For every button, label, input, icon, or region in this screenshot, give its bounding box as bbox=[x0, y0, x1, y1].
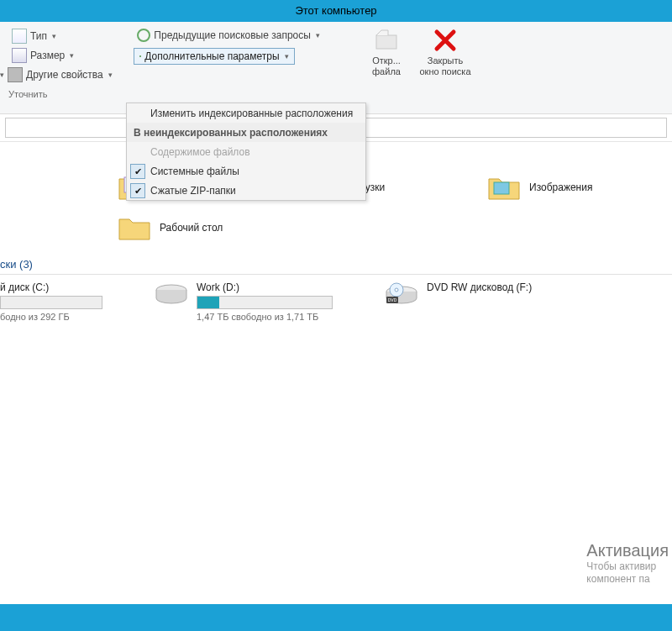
folder-pictures[interactable]: Изображения bbox=[487, 172, 664, 202]
close-label-1: Закрыть bbox=[428, 55, 463, 66]
drive-c[interactable]: й диск (C:) бодно из 292 ГБ bbox=[0, 281, 134, 322]
chevron-down-icon: ▾ bbox=[52, 32, 56, 40]
folder-icon bbox=[118, 213, 151, 243]
check-icon: ✔ bbox=[130, 183, 145, 198]
chevron-down-icon: ▾ bbox=[108, 71, 113, 79]
menu-header: В неиндексированных расположениях bbox=[127, 123, 365, 142]
svg-text:DVD: DVD bbox=[388, 297, 397, 302]
ribbon: Тип ▾ Размер ▾ ▾ Другие свойства ▾ Уточн… bbox=[0, 22, 672, 114]
close-label-2: окно поиска bbox=[419, 66, 470, 76]
svg-rect-2 bbox=[494, 182, 509, 194]
open-loc-label-1: Откр... bbox=[372, 55, 401, 66]
refine-group-label: Уточнить bbox=[8, 89, 126, 99]
chevron-down-icon: ▾ bbox=[285, 52, 289, 60]
drive-d-name: Work (D:) bbox=[197, 281, 333, 293]
drive-f-name: DVD RW дисковод (F:) bbox=[427, 281, 532, 293]
menu-zip-folders-label: Сжатые ZIP-папки bbox=[150, 185, 236, 197]
menu-system-files[interactable]: ✔ Системные файлы bbox=[127, 161, 365, 181]
advanced-options-menu: Изменить индексированные расположения В … bbox=[126, 103, 366, 201]
drive-c-usage-bar bbox=[0, 296, 102, 309]
chevron-down-icon: ▾ bbox=[0, 71, 4, 79]
menu-file-contents-label: Содержимое файлов bbox=[150, 146, 250, 158]
type-label: Тип bbox=[30, 30, 47, 42]
properties-icon bbox=[8, 67, 23, 82]
menu-change-indexed-label: Изменить индексированные расположения bbox=[150, 108, 353, 119]
previous-searches-button[interactable]: Предыдущие поисковые запросы ▾ bbox=[134, 27, 323, 44]
menu-file-contents: Содержимое файлов bbox=[127, 142, 365, 161]
drive-f[interactable]: DVD DVD RW дисковод (F:) bbox=[385, 281, 595, 307]
svg-point-6 bbox=[395, 288, 398, 292]
svg-rect-0 bbox=[376, 35, 396, 49]
watermark-title: Активация bbox=[586, 541, 669, 560]
size-icon bbox=[12, 48, 27, 63]
options-icon bbox=[139, 55, 141, 57]
folder-pictures-icon bbox=[487, 172, 521, 202]
size-filter-button[interactable]: Размер ▾ bbox=[8, 46, 77, 65]
prev-searches-label: Предыдущие поисковые запросы bbox=[154, 29, 311, 41]
history-icon bbox=[137, 29, 150, 42]
taskbar[interactable] bbox=[0, 604, 672, 631]
menu-change-indexed[interactable]: Изменить индексированные расположения bbox=[127, 103, 365, 123]
folder-open-icon bbox=[373, 27, 400, 54]
advanced-label: Дополнительные параметры bbox=[144, 50, 279, 62]
drives-section-header: ски (3) bbox=[0, 258, 672, 271]
title-bar: Этот компьютер bbox=[0, 0, 672, 22]
drive-d-usage-bar bbox=[197, 296, 333, 309]
watermark-line2: компонент па bbox=[586, 573, 649, 585]
document-icon bbox=[12, 29, 27, 44]
dvd-icon: DVD bbox=[385, 281, 418, 307]
chevron-down-icon: ▾ bbox=[316, 31, 320, 39]
type-filter-button[interactable]: Тип ▾ bbox=[8, 27, 60, 45]
open-loc-label-2: файла bbox=[372, 66, 401, 76]
other-properties-button[interactable]: ▾ Другие свойства ▾ bbox=[0, 66, 116, 84]
drive-c-free: бодно из 292 ГБ bbox=[0, 312, 102, 322]
watermark-line1: Чтобы активир bbox=[586, 560, 656, 572]
activation-watermark: Активация Чтобы активиркомпонент па bbox=[586, 541, 669, 586]
folder-desktop[interactable]: Рабочий стол bbox=[118, 213, 294, 243]
chevron-down-icon: ▾ bbox=[70, 51, 74, 60]
menu-system-files-label: Системные файлы bbox=[150, 166, 239, 177]
hdd-icon bbox=[155, 281, 188, 307]
folder-desktop-label: Рабочий стол bbox=[160, 222, 223, 234]
folder-pictures-label: Изображения bbox=[529, 181, 592, 193]
drive-c-name: й диск (C:) bbox=[0, 281, 102, 293]
close-icon bbox=[432, 27, 459, 54]
check-icon: ✔ bbox=[130, 164, 145, 179]
menu-zip-folders[interactable]: ✔ Сжатые ZIP-папки bbox=[127, 181, 365, 200]
window-title: Этот компьютер bbox=[295, 4, 376, 17]
other-props-label: Другие свойства bbox=[26, 69, 103, 81]
size-label: Размер bbox=[30, 50, 65, 61]
menu-header-label: В неиндексированных расположениях bbox=[134, 127, 328, 139]
drive-d[interactable]: Work (D:) 1,47 ТБ свободно из 1,71 ТБ bbox=[155, 281, 365, 322]
drive-d-free: 1,47 ТБ свободно из 1,71 ТБ bbox=[197, 312, 333, 322]
advanced-options-button[interactable]: Дополнительные параметры ▾ bbox=[134, 48, 294, 65]
close-search-button[interactable]: Закрытьокно поиска bbox=[399, 27, 491, 77]
